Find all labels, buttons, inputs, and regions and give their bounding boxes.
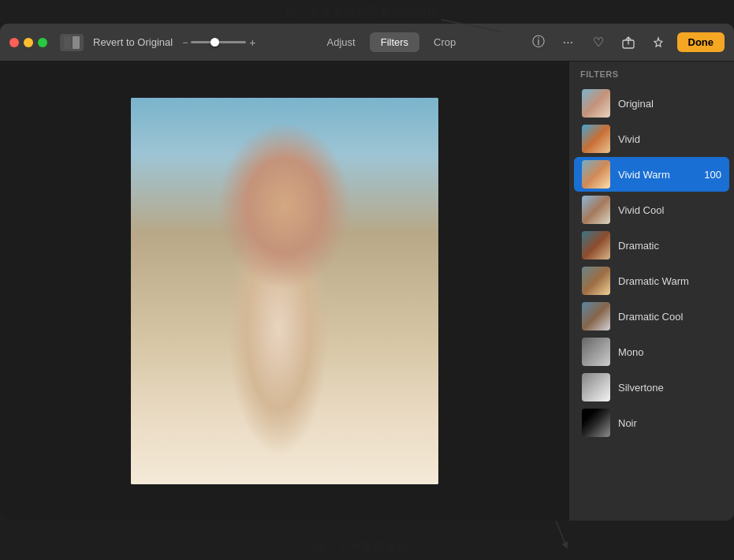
- filter-thumb-vivid-warm: [582, 160, 610, 189]
- filter-value-vivid-warm: 100: [704, 169, 721, 181]
- filter-item-vivid-cool[interactable]: Vivid Cool: [574, 192, 729, 227]
- filter-name-original: Original: [618, 98, 721, 110]
- filter-thumb-vivid: [582, 125, 610, 153]
- filter-thumb-vivid-cool: [582, 196, 610, 224]
- more-button[interactable]: ···: [557, 32, 579, 54]
- filter-name-silvertone: Silvertone: [618, 382, 721, 394]
- filter-item-noir[interactable]: Noir: [574, 405, 729, 440]
- svg-line-2: [556, 521, 566, 546]
- revert-button[interactable]: Revert to Original: [93, 36, 173, 48]
- compare-icon: [64, 36, 80, 49]
- filter-thumb-dramatic: [582, 231, 610, 259]
- filter-item-original[interactable]: Original: [574, 86, 729, 121]
- filters-header: FILTERS: [569, 62, 734, 84]
- filter-item-vivid-warm[interactable]: Vivid Warm 100: [574, 157, 729, 192]
- filter-item-vivid[interactable]: Vivid: [574, 121, 729, 156]
- filters-sidebar: FILTERS Original Vivid Vivid Warm 100: [568, 62, 734, 521]
- filter-thumb-original: [582, 89, 610, 118]
- filter-item-dramatic-cool[interactable]: Dramatic Cool: [574, 299, 729, 334]
- heart-button[interactable]: ♡: [587, 32, 609, 54]
- done-button[interactable]: Done: [677, 32, 725, 52]
- filter-name-vivid-cool: Vivid Cool: [618, 204, 721, 216]
- slider-track[interactable]: [191, 41, 246, 43]
- photo-container: [131, 98, 438, 484]
- slider-decrease[interactable]: −: [182, 37, 188, 48]
- close-button[interactable]: [9, 38, 19, 47]
- filter-name-vivid: Vivid: [618, 133, 721, 145]
- titlebar: Revert to Original − + Adjust Filters Cr…: [0, 24, 734, 62]
- minimize-button[interactable]: [24, 38, 33, 47]
- share-button[interactable]: [617, 32, 639, 54]
- filter-name-dramatic-cool: Dramatic Cool: [618, 311, 721, 323]
- filter-thumb-dramatic-warm: [582, 267, 610, 295]
- tab-crop[interactable]: Crop: [423, 32, 467, 52]
- filter-thumb-dramatic-cool: [582, 302, 610, 330]
- filter-item-dramatic-warm[interactable]: Dramatic Warm: [574, 263, 729, 298]
- filter-list: Original Vivid Vivid Warm 100 Vivid Cool: [569, 84, 734, 521]
- main-window: Revert to Original − + Adjust Filters Cr…: [0, 24, 734, 521]
- filter-name-dramatic: Dramatic: [618, 240, 721, 252]
- slider-increase[interactable]: +: [249, 36, 255, 49]
- top-annotation: 按一下來查看你可套用的濾鏡。: [0, 5, 734, 20]
- bottom-annotation: 按一下來套用濾鏡。: [0, 539, 734, 554]
- compare-button[interactable]: [60, 34, 84, 51]
- filter-thumb-silvertone: [582, 373, 610, 401]
- filter-name-noir: Noir: [618, 417, 721, 429]
- filter-thumb-mono: [582, 338, 610, 366]
- toolbar-actions: ⓘ ··· ♡ Done: [527, 32, 725, 54]
- filter-item-dramatic[interactable]: Dramatic: [574, 228, 729, 263]
- filter-name-mono: Mono: [618, 346, 721, 358]
- magic-button[interactable]: [647, 32, 669, 54]
- filter-name-dramatic-warm: Dramatic Warm: [618, 275, 721, 287]
- main-content: FILTERS Original Vivid Vivid Warm 100: [0, 62, 734, 521]
- traffic-lights: [9, 38, 47, 47]
- brightness-slider[interactable]: − +: [182, 36, 255, 49]
- filter-item-mono[interactable]: Mono: [574, 334, 729, 369]
- photo-background: [131, 98, 438, 484]
- maximize-button[interactable]: [38, 38, 47, 47]
- photo-area: [0, 62, 568, 521]
- filter-name-vivid-warm: Vivid Warm: [618, 169, 696, 181]
- slider-thumb[interactable]: [211, 38, 219, 47]
- info-button[interactable]: ⓘ: [527, 32, 550, 54]
- filter-thumb-noir: [582, 409, 610, 437]
- filter-item-silvertone[interactable]: Silvertone: [574, 370, 729, 405]
- tab-adjust[interactable]: Adjust: [316, 32, 367, 52]
- tab-filters[interactable]: Filters: [370, 32, 419, 52]
- portrait-image: [131, 98, 438, 484]
- toolbar-tabs: Adjust Filters Crop: [262, 32, 520, 52]
